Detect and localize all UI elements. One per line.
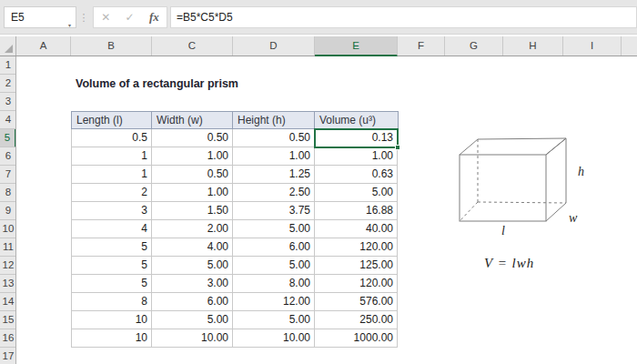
name-box-dropdown-icon[interactable]: ▾ <box>68 15 71 35</box>
cell[interactable]: 1.00 <box>152 147 233 166</box>
column-header-B[interactable]: B <box>71 36 152 56</box>
row-header-17[interactable]: 17 <box>0 348 16 364</box>
row-header-4[interactable]: 4 <box>0 111 16 129</box>
cell[interactable]: 5.00 <box>233 311 315 329</box>
row-header-12[interactable]: 12 <box>0 257 16 275</box>
cell[interactable]: 250.00 <box>315 311 398 329</box>
cell[interactable]: 0.50 <box>152 129 233 147</box>
cell[interactable]: 0.63 <box>315 166 398 184</box>
cell[interactable]: 5 <box>71 275 152 293</box>
cancel-icon[interactable]: ✕ <box>101 11 110 24</box>
formula-input[interactable]: =B5*C5*D5 <box>170 6 637 28</box>
cell[interactable]: 1 <box>71 166 152 184</box>
cell[interactable]: 10.00 <box>152 329 233 348</box>
prism-front-face <box>460 155 546 221</box>
cell[interactable]: 125.00 <box>315 257 398 275</box>
row-header-7[interactable]: 7 <box>0 166 16 184</box>
cell[interactable]: 5 <box>71 257 152 275</box>
cell[interactable]: 6.00 <box>233 238 315 257</box>
cell[interactable]: 1.25 <box>233 166 315 184</box>
cell[interactable]: 3 <box>71 202 152 220</box>
cell[interactable]: 0.50 <box>152 166 233 184</box>
row-header-9[interactable]: 9 <box>0 202 16 220</box>
sheet-title[interactable]: Volume of a rectangular prism <box>76 77 238 90</box>
cell[interactable]: 1.50 <box>152 202 233 220</box>
cell[interactable]: 3.00 <box>152 275 233 293</box>
cell[interactable]: 10.00 <box>233 329 315 348</box>
table-header-cell[interactable]: Height (h) <box>233 112 315 128</box>
cell[interactable]: 8.00 <box>233 275 315 293</box>
cell[interactable]: 16.88 <box>315 202 398 220</box>
cell[interactable]: 1.00 <box>315 147 398 166</box>
cell[interactable]: 1 <box>71 147 152 166</box>
cell[interactable]: 12.00 <box>233 293 315 311</box>
column-header-F[interactable]: F <box>398 36 445 56</box>
cell[interactable]: 5.00 <box>315 184 398 202</box>
cell[interactable]: 5.00 <box>233 220 315 238</box>
table-header-cell[interactable]: Length (l) <box>72 112 152 128</box>
cell[interactable]: 5.00 <box>233 257 315 275</box>
cell[interactable]: 576.00 <box>315 293 398 311</box>
cell[interactable]: 5.00 <box>152 311 233 329</box>
row-header-8[interactable]: 8 <box>0 184 16 202</box>
cell[interactable]: 1.00 <box>233 147 315 166</box>
prism-top-face <box>460 138 566 155</box>
name-box[interactable]: E5 ▾ <box>4 6 76 28</box>
row-header-14[interactable]: 14 <box>0 293 16 311</box>
cell[interactable]: 2.00 <box>152 220 233 238</box>
column-header-E[interactable]: E <box>315 36 398 56</box>
prism-diagram[interactable]: h w l <box>450 130 605 241</box>
row-header-13[interactable]: 13 <box>0 275 16 293</box>
select-all-triangle-icon <box>5 45 13 53</box>
row-header-5[interactable]: 5 <box>0 129 16 147</box>
cell[interactable]: 4.00 <box>152 238 233 257</box>
cell[interactable]: 120.00 <box>315 275 398 293</box>
prism-length-label: l <box>501 224 505 238</box>
row-header-2[interactable]: 2 <box>0 75 16 93</box>
row-header-3[interactable]: 3 <box>0 93 16 111</box>
column-header-D[interactable]: D <box>233 36 315 56</box>
column-header-C[interactable]: C <box>152 36 233 56</box>
prism-height-label: h <box>578 165 584 178</box>
row-header-15[interactable]: 15 <box>0 311 16 329</box>
column-header-I[interactable]: I <box>563 36 622 56</box>
cell[interactable]: 10 <box>71 311 152 329</box>
cell[interactable]: 4 <box>71 220 152 238</box>
row-header-16[interactable]: 16 <box>0 329 16 348</box>
excel-window: E5 ▾ ⋮ ✕ ✓ fx =B5*C5*D5 ABCDEFGHI 123456… <box>0 0 637 364</box>
row-header-1[interactable]: 1 <box>0 56 16 75</box>
cell[interactable]: 5 <box>71 238 152 257</box>
fill-handle[interactable] <box>395 145 400 150</box>
insert-function-icon[interactable]: fx <box>149 10 159 25</box>
cell[interactable]: 2 <box>71 184 152 202</box>
select-all-corner[interactable] <box>0 36 16 56</box>
cell[interactable]: 10 <box>71 329 152 348</box>
table-row: 1010.0010.001000.00 <box>71 329 399 348</box>
cell[interactable]: 120.00 <box>315 238 398 257</box>
enter-icon[interactable]: ✓ <box>126 11 135 24</box>
cell[interactable]: 1000.00 <box>315 329 398 348</box>
column-header-A[interactable]: A <box>16 36 71 56</box>
row-header-6[interactable]: 6 <box>0 147 16 166</box>
table-header-cell[interactable]: Volume (u³) <box>315 112 398 128</box>
volume-formula-text[interactable]: V = lwh <box>484 256 534 271</box>
active-cell-selection[interactable] <box>314 128 399 148</box>
cell[interactable]: 0.5 <box>71 129 152 147</box>
cell[interactable]: 6.00 <box>152 293 233 311</box>
column-header-G[interactable]: G <box>445 36 503 56</box>
cell[interactable]: 40.00 <box>315 220 398 238</box>
table-header-row: Length (l)Width (w)Height (h)Volume (u³) <box>71 111 399 129</box>
column-headers: ABCDEFGHI <box>0 36 637 56</box>
table-row: 31.503.7516.88 <box>71 202 399 220</box>
cell[interactable]: 1.00 <box>152 184 233 202</box>
table-header-cell[interactable]: Width (w) <box>152 112 233 128</box>
table-row: 21.002.505.00 <box>71 184 399 202</box>
row-header-11[interactable]: 11 <box>0 238 16 257</box>
cell[interactable]: 3.75 <box>233 202 315 220</box>
row-header-10[interactable]: 10 <box>0 220 16 238</box>
cell[interactable]: 2.50 <box>233 184 315 202</box>
column-header-H[interactable]: H <box>503 36 563 56</box>
cell[interactable]: 8 <box>71 293 152 311</box>
cell[interactable]: 0.50 <box>233 129 315 147</box>
cell[interactable]: 5.00 <box>152 257 233 275</box>
